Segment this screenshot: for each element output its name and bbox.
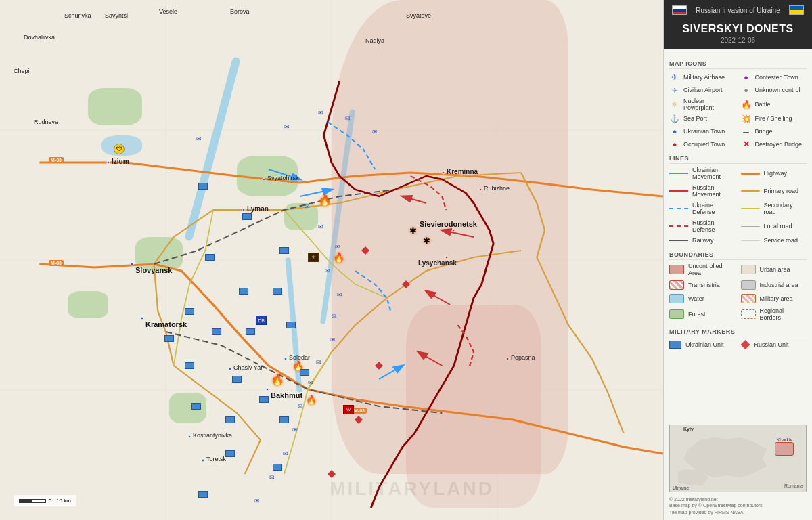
ukr-unit-10 [185, 362, 194, 369]
label-chepil: Chepil [14, 68, 31, 74]
battle-marker-3: 🔥 [271, 373, 284, 386]
line-rus-def: Russian Defense [669, 219, 736, 233]
dot-slovyansk [131, 263, 134, 266]
bridge-label: Bridge [755, 128, 773, 135]
ukr-unit-20 [198, 491, 208, 498]
ukr-cross-13: ✉ [316, 359, 321, 366]
donbas-badge: DB [256, 316, 267, 325]
invasion-title: Russian Invasion of Ukraine [692, 7, 784, 14]
label-izium: Izium [112, 158, 129, 165]
bound-industrial: Industrial area [741, 280, 807, 290]
label-schurivka: Schurivka [64, 12, 91, 19]
label-borova: Borova [230, 8, 250, 15]
local-label: Local road [764, 223, 792, 230]
mini-highlight-box [775, 442, 794, 456]
battle-marker-2: 🔥 [333, 252, 344, 263]
label-lyman: Lyman [247, 205, 269, 213]
occ-town-label: Occupied Town [683, 141, 725, 148]
icon-fire: 💥 Fire / Shelling [741, 113, 807, 124]
ukr-cross-10: ✉ [337, 291, 342, 298]
ukr-cross-9: ✉ [325, 267, 330, 274]
line-ukr-def: Ukraine Defense [669, 202, 736, 215]
watermark: MILITARYLAND [330, 478, 494, 500]
dot-popasna [506, 358, 510, 361]
icon-ukr-town: ● Ukrainian Town [669, 126, 736, 137]
mil-rus-swatch [741, 340, 750, 349]
ukr-cross-1: ✉ [196, 135, 202, 142]
dot-lysychansk [445, 256, 449, 259]
line-highway: Highway [741, 167, 807, 180]
mini-ukraine-label: Ukraine [673, 485, 689, 490]
icon-unknown-control: ● Unknown control [741, 85, 807, 95]
nuclear-icon: ⚛ [669, 99, 680, 110]
airbase-label: Military Airbase [683, 74, 725, 81]
line-railway: Railway [669, 237, 736, 244]
seaport-icon: ⚓ [669, 113, 680, 124]
battle-marker-6: ✱ [409, 225, 417, 236]
unk-ctrl-icon: ● [741, 85, 752, 95]
ukr-unit-9 [232, 376, 242, 383]
ukr-unit-4 [239, 288, 248, 295]
seaport-label: Sea Port [683, 115, 707, 122]
label-svyatohirsk: Svyatohirsk [267, 175, 299, 181]
ukr-unit-16 [185, 308, 194, 315]
label-lysychansk: Lysychansk [418, 259, 457, 267]
ukr-town-label: Ukrainian Town [683, 128, 725, 135]
icon-seaport: ⚓ Sea Port [669, 113, 736, 124]
ukr-unit-12 [286, 322, 296, 328]
primary-label: Primary road [764, 188, 799, 194]
lines-grid: Ukrainian Movement Highway Russian Movem… [669, 167, 807, 246]
label-slovyansk: Slovyansk [135, 266, 172, 274]
dot-sievierodonetsk [452, 229, 455, 232]
ukr-unit-17 [300, 369, 309, 376]
icon-military-airbase: ✈ Military Airbase [669, 72, 736, 83]
label-kramatorsk: Kramatorsk [145, 320, 187, 328]
battle-marker-7: ✱ [423, 236, 430, 246]
line-rus-movement: Russian Movement [669, 184, 736, 198]
mini-kharkiv-label: Kharkiv [777, 437, 792, 442]
road-m83: M-83 [49, 260, 64, 266]
line-secondary: Secondary road [741, 202, 807, 215]
mil-ukr-label: Ukrainian Unit [685, 341, 724, 348]
water-label: Water [688, 295, 704, 302]
ukr-unit-14 [191, 403, 201, 410]
ukr-cross-15: ✉ [298, 403, 303, 410]
wagner-badge: W [343, 405, 354, 414]
flag-ukraine [789, 5, 804, 15]
label-nadiya: Nadiya [365, 37, 384, 44]
ss-badge: ⚜ [308, 253, 319, 262]
ukr-unit-11 [164, 335, 174, 342]
ukr-cross-11: ✉ [332, 313, 337, 320]
main-container: Slovyansk Kramatorsk Bakhmut Sievierodon… [0, 0, 812, 520]
mini-kyiv-label: Kyiv [683, 427, 694, 431]
bound-uncontrolled: Uncontrolled Area [669, 263, 736, 276]
ukr-cross-19: ✉ [254, 498, 260, 504]
date-label: 2022-12-06 [672, 37, 804, 44]
transnistria-label: Transnistria [688, 282, 720, 288]
ukr-cross-18: ✉ [269, 474, 275, 481]
uncontrolled-label: Uncontrolled Area [688, 263, 736, 276]
urban-label: Urban area [760, 266, 790, 273]
label-svyatove: Svyatove [406, 12, 431, 19]
scale-label: 5 10 km [49, 498, 71, 504]
map-area: Slovyansk Kramatorsk Bakhmut Sievierodon… [0, 0, 663, 520]
label-rubizhne: Rubizhne [484, 185, 510, 192]
azov-badge: 🛡 [114, 144, 125, 154]
occ-town-icon: ● [669, 139, 680, 150]
bound-transnistria: Transnistria [669, 280, 736, 290]
mil-markers-grid: Ukrainian Unit Russian Unit [669, 340, 807, 351]
ukr-cross-8: ✉ [335, 244, 340, 251]
ukr-unit-15 [259, 396, 269, 403]
line-ukr-movement: Ukrainian Movement [669, 167, 736, 180]
military-area-label: Military area [760, 295, 793, 302]
credit-line3: Tile map provided by FIRMS NASA [669, 509, 807, 516]
ukr-town-icon: ● [669, 126, 680, 137]
mil-ukr-swatch [669, 341, 681, 349]
legend-header: Russian Invasion of Ukraine [664, 0, 812, 20]
credit-line1: © 2022 militaryland.net [669, 496, 807, 503]
icon-civilian-airport: ✈ Civilian Airport [669, 85, 736, 95]
label-sievierodonetsk: Sievierodonetsk [420, 220, 477, 228]
mil-rus-label: Russian Unit [754, 341, 789, 348]
bound-water: Water [669, 294, 736, 303]
airport-icon: ✈ [669, 85, 680, 95]
